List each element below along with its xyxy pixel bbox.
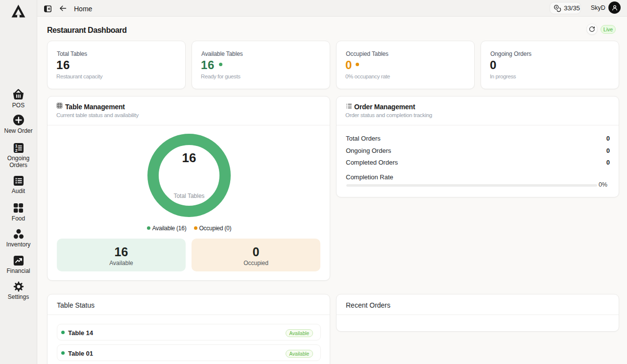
svg-text:2: 2 — [15, 148, 18, 153]
svg-text:1: 1 — [15, 144, 18, 148]
